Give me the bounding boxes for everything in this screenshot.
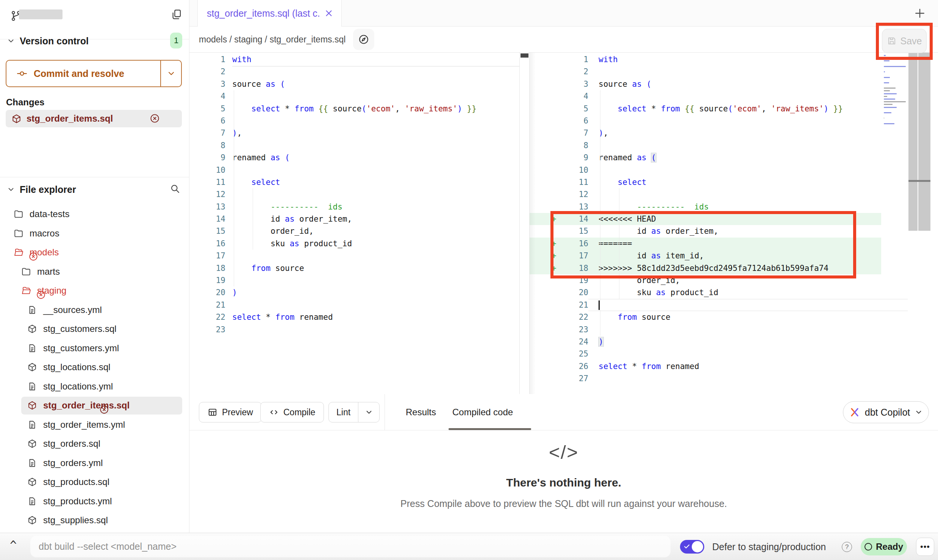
file-item-label: stg_supplies.sql xyxy=(43,515,108,526)
line-number: 19 xyxy=(189,274,225,286)
code-line-15: 15 order_id, xyxy=(189,225,519,237)
file-item-marts[interactable]: marts xyxy=(0,262,189,282)
tab-compiled-code[interactable]: Compiled code xyxy=(446,394,520,430)
editor-pane-original[interactable]: 1with23source as (45 select * from {{ so… xyxy=(189,53,519,394)
line-number: 6 xyxy=(560,115,588,127)
version-control-badge: 1 xyxy=(170,33,182,48)
file-item-data-tests[interactable]: data-tests xyxy=(0,205,189,224)
defer-toggle[interactable] xyxy=(680,540,704,554)
code-lines-right: 1with23source as (45 select * from {{ so… xyxy=(530,53,938,385)
line1-underline xyxy=(232,66,519,67)
code-text: select * from renamed xyxy=(599,360,699,372)
line-number: 9 xyxy=(189,152,225,164)
editor-pane-modified[interactable]: 1with23source as (45 select * from {{ so… xyxy=(530,53,938,394)
compile-button[interactable]: Compile xyxy=(260,402,324,422)
code-line-23: 23 xyxy=(189,324,519,336)
code-text: ======= xyxy=(599,238,632,250)
file-item-stg_orders.yml[interactable]: stg_orders.yml xyxy=(0,454,189,473)
expand-caret-icon[interactable]: ^ xyxy=(10,538,17,552)
folder-open-icon xyxy=(14,247,23,257)
overflow-menu-button[interactable]: ••• xyxy=(916,538,934,556)
preview-label: Preview xyxy=(222,407,253,418)
minimap-line xyxy=(884,60,890,61)
indent-guide xyxy=(600,90,600,336)
code-text: ---------- ids xyxy=(232,201,342,213)
dbt-copilot-button[interactable]: dbt Copilot xyxy=(843,401,929,423)
line-number: 8 xyxy=(560,139,588,152)
file-item-stg_locations.sql[interactable]: stg_locations.sql xyxy=(0,358,189,377)
commit-button-label: Commit and resolve xyxy=(34,68,124,79)
file-item-stg_locations.yml[interactable]: stg_locations.yml xyxy=(0,377,189,396)
file-item-label: stg_orders.sql xyxy=(43,438,100,449)
file-item-models[interactable]: models xyxy=(0,243,189,262)
file-item-stg_customers.sql[interactable]: stg_customers.sql xyxy=(0,319,189,339)
new-tab-plus-icon[interactable] xyxy=(914,7,926,19)
code-text: select * from {{ source('ecom', 'raw_ite… xyxy=(232,103,477,115)
file-explorer-title: File explorer xyxy=(20,184,76,195)
code-text: order_id, xyxy=(232,225,314,237)
chevron-down-icon[interactable] xyxy=(7,185,15,194)
code-line-20: 20) xyxy=(189,286,519,299)
sidebar: Version control 1 Commit and resolve Cha… xyxy=(0,0,189,533)
conflict-x-circle-icon[interactable] xyxy=(99,405,109,415)
chevron-down-icon[interactable] xyxy=(7,37,15,45)
conflict-x-circle-icon[interactable] xyxy=(28,252,38,261)
help-question-icon[interactable]: ? xyxy=(842,542,852,552)
document-icon xyxy=(27,305,37,315)
line-number: 23 xyxy=(560,324,588,336)
file-item-stg_order_items.sql[interactable]: stg_order_items.sql xyxy=(0,396,189,415)
changed-file-stg_order_items[interactable]: stg_order_items.sql xyxy=(6,110,182,127)
search-icon[interactable] xyxy=(170,183,180,194)
code-line-20: 20 sku as product_id xyxy=(530,286,908,299)
file-item-stg_products.yml[interactable]: stg_products.yml xyxy=(0,492,189,511)
dbt-copilot-logo-icon xyxy=(849,407,860,418)
line-number: 12 xyxy=(189,188,225,200)
file-item-staging[interactable]: staging xyxy=(0,281,189,300)
code-line-16: 16 sku as product_id xyxy=(189,238,519,250)
tab-stg_order_items[interactable]: stg_order_items.sql (last c... xyxy=(197,0,342,27)
preview-button[interactable]: Preview xyxy=(199,402,262,422)
left-scrollbar-thumb[interactable] xyxy=(521,53,528,58)
code-text: source as ( xyxy=(232,78,285,90)
code-line-7: 7), xyxy=(530,127,908,139)
file-item-stg_products.sql[interactable]: stg_products.sql xyxy=(0,472,189,492)
line-number: 15 xyxy=(560,225,588,237)
lineage-button[interactable] xyxy=(353,29,374,50)
editor-toolbar: Preview Compile Lint Results Compiled co… xyxy=(189,394,938,430)
save-button[interactable]: Save xyxy=(882,29,927,53)
file-item-__sources.yml[interactable]: __sources.yml xyxy=(0,300,189,320)
commit-and-resolve-button[interactable]: Commit and resolve xyxy=(6,60,182,87)
line-number: 13 xyxy=(189,201,225,213)
lint-button[interactable]: Lint xyxy=(328,402,380,422)
copy-icon[interactable] xyxy=(170,8,183,20)
commit-dropdown-button[interactable] xyxy=(160,61,181,86)
file-item-label: macros xyxy=(30,228,59,239)
minimap-line xyxy=(884,71,885,72)
file-item-stg_orders.sql[interactable]: stg_orders.sql xyxy=(0,434,189,454)
code-line-18: 18 from source xyxy=(189,262,519,274)
code-line-18: +18>>>>>>> 58c1dd23d5eebd9cd2495fa7124ab… xyxy=(530,262,881,274)
line-number: 17 xyxy=(560,250,588,262)
conflict-x-circle-icon[interactable] xyxy=(36,290,46,300)
code-line-3: 3source as ( xyxy=(530,78,908,90)
file-item-stg_supplies.sql[interactable]: stg_supplies.sql xyxy=(0,511,189,530)
close-icon[interactable] xyxy=(324,8,334,18)
code-line-2: 2 xyxy=(530,66,908,78)
document-icon xyxy=(27,496,37,506)
minimap-line xyxy=(884,90,890,91)
file-item-stg_order_items.yml[interactable]: stg_order_items.yml xyxy=(0,415,189,435)
minimap[interactable] xyxy=(884,55,907,128)
file-item-label: stg_customers.sql xyxy=(43,324,116,334)
folder-open-icon xyxy=(21,286,31,296)
file-item-stg_customers.yml[interactable]: stg_customers.yml xyxy=(0,339,189,358)
pane-divider xyxy=(519,53,520,394)
command-input[interactable]: dbt build --select <model_name> xyxy=(30,536,671,557)
line-number: 7 xyxy=(189,127,225,139)
file-item-macros[interactable]: macros xyxy=(0,224,189,243)
line-number: 22 xyxy=(189,311,225,323)
conflict-x-circle-icon[interactable] xyxy=(150,113,160,124)
editor-scrollbar[interactable] xyxy=(918,53,930,231)
lint-dropdown-button[interactable] xyxy=(358,402,379,422)
minimap-slider[interactable] xyxy=(908,53,918,231)
tab-results[interactable]: Results xyxy=(399,394,443,430)
